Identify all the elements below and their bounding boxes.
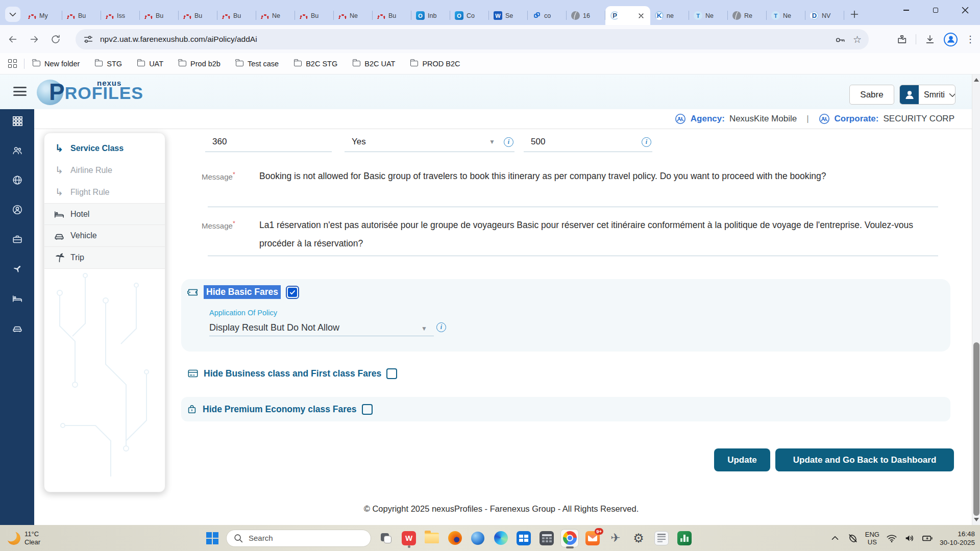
browser-tab[interactable]: TNe [689,6,727,25]
update-button[interactable]: Update [714,448,770,471]
browser-tab[interactable]: Re [728,6,766,25]
window-minimize-button[interactable] [891,0,921,20]
hide-business-first-checkbox[interactable] [386,368,397,379]
notepad-icon[interactable] [652,529,671,547]
browser-tab[interactable]: Bu [62,6,101,25]
rail-item-bed[interactable] [12,293,23,304]
rail-item-globe[interactable] [12,174,23,186]
site-info-icon[interactable] [83,34,94,45]
bookmark-folder[interactable]: New folder [33,60,80,68]
browser-tab[interactable]: Kne [650,6,689,25]
kebab-menu-icon[interactable]: ⋮ [966,34,975,45]
application-of-policy-select[interactable]: Display Result But Do Not Allow [209,320,434,336]
volume-icon[interactable] [904,533,915,544]
bookmark-folder[interactable]: B2C UAT [353,60,395,68]
page-scrollbar[interactable] [972,74,980,525]
chrome-icon[interactable] [560,529,579,547]
submenu-item-airline-rule[interactable]: ↳Airline Rule [44,159,165,181]
settings-icon[interactable]: ⚙ [629,529,648,547]
task-view-icon[interactable] [377,529,395,547]
scroll-down-arrow[interactable] [974,518,979,521]
form-field-2[interactable]: Yes▼i [345,132,514,152]
scrollbar-thumb[interactable] [973,342,979,516]
policy-info-icon[interactable]: i [436,322,446,332]
mouse-off-icon[interactable] [847,533,859,544]
store-icon[interactable] [514,529,533,547]
form-field-1[interactable]: 360 [205,132,332,152]
browser-tab[interactable]: Ne [334,6,372,25]
submenu-item-trip[interactable]: Trip [44,247,165,269]
start-button[interactable] [206,532,218,544]
browser-tab[interactable]: WSe [489,6,527,25]
sphere-icon[interactable] [469,529,487,547]
new-tab-button[interactable] [847,7,862,21]
password-key-icon[interactable] [835,34,846,45]
tab-close-icon[interactable] [637,12,645,20]
dropdown-caret-icon[interactable]: ▼ [489,138,495,145]
hide-business-first-label[interactable]: Hide Business class and First class Fare… [204,368,381,379]
bookmark-star-icon[interactable]: ☆ [853,34,862,45]
browser-tab[interactable]: Bu [373,6,411,25]
forward-button[interactable] [26,31,43,48]
submenu-item-hotel[interactable]: Hotel [44,203,165,225]
rail-item-car[interactable] [12,322,23,334]
browser-tab-active[interactable]: P [605,6,650,25]
excel-icon[interactable] [675,529,694,547]
rail-item-person[interactable] [12,204,23,215]
hide-premium-economy-label[interactable]: Hide Premium Economy class Fares [203,404,357,415]
apps-grid-icon[interactable] [8,59,17,68]
submenu-item-service-class[interactable]: ↳Service Class [44,137,165,159]
info-icon[interactable]: i [642,136,651,147]
address-bar[interactable]: npv2.uat.w.farenexushub.com/aiPolicy/add… [76,29,869,49]
browser-tab[interactable]: DNV [805,6,844,25]
gds-sabre-button[interactable]: Sabre [849,85,894,105]
calculator-icon[interactable] [537,529,556,547]
tray-chevron-up-icon[interactable] [829,533,841,544]
explorer-icon[interactable] [423,529,441,547]
mail-icon[interactable]: 9+ [583,529,602,547]
browser-tab[interactable]: Iss [101,6,139,25]
download-icon[interactable] [924,34,936,45]
browser-tab[interactable]: Bu [217,6,256,25]
browser-tab[interactable]: Bu [295,6,333,25]
weather-widget[interactable]: 11°C Clear [7,530,40,546]
bookmark-folder[interactable]: STG [95,60,122,68]
window-maximize-button[interactable] [921,0,950,20]
hide-premium-economy-checkbox[interactable] [362,404,373,415]
dropdown-caret-icon[interactable]: ▼ [421,325,427,332]
browser-tab[interactable]: Bu [179,6,217,25]
battery-icon[interactable] [922,533,933,544]
bookmark-folder[interactable]: B2C STG [294,60,337,68]
info-icon[interactable]: i [504,136,513,147]
message-text-2[interactable]: La1 réservation n'est pas autorisée pour… [259,216,923,253]
hamburger-menu-icon[interactable] [13,87,27,98]
browser-tab[interactable]: co [528,6,566,25]
message-text-1[interactable]: Booking is not allowed for Basic group o… [259,167,923,185]
language-indicator[interactable]: ENG US [865,531,879,546]
update-and-go-back-button[interactable]: Update and Go Back to Dashboard [775,448,954,471]
taskbar-search[interactable]: Search [226,530,371,547]
plane-icon[interactable]: ✈ [606,529,625,547]
rail-item-apps-grid[interactable] [12,115,23,127]
clock-widget[interactable]: 16:48 30-10-2025 [940,530,975,547]
browser-tab[interactable]: OInb [411,6,450,25]
hide-basic-fares-checkbox[interactable] [286,286,299,299]
browser-tab[interactable]: OCo [450,6,488,25]
bookmark-folder[interactable]: Test case [236,60,279,68]
user-menu-button[interactable]: Smriti [899,85,955,105]
window-close-button[interactable] [950,0,980,20]
tab-search-button[interactable] [5,7,20,22]
submenu-item-vehicle[interactable]: Vehicle [44,225,165,247]
browser-tab[interactable]: Ne [256,6,295,25]
profile-avatar[interactable] [944,33,958,46]
url-text[interactable]: npv2.uat.w.farenexushub.com/aiPolicy/add… [100,35,827,44]
bookmark-folder[interactable]: UAT [137,60,163,68]
scroll-up-arrow[interactable] [974,78,979,82]
submenu-item-flight-rule[interactable]: ↳Flight Rule [44,181,165,203]
rail-item-plane[interactable] [12,263,23,274]
browser-tab[interactable]: My [23,6,62,25]
edge-icon[interactable] [492,529,510,547]
form-field-3[interactable]: 500i [524,132,652,152]
extensions-icon[interactable] [896,34,908,45]
hide-basic-fares-label[interactable]: Hide Basic Fares [204,285,281,299]
